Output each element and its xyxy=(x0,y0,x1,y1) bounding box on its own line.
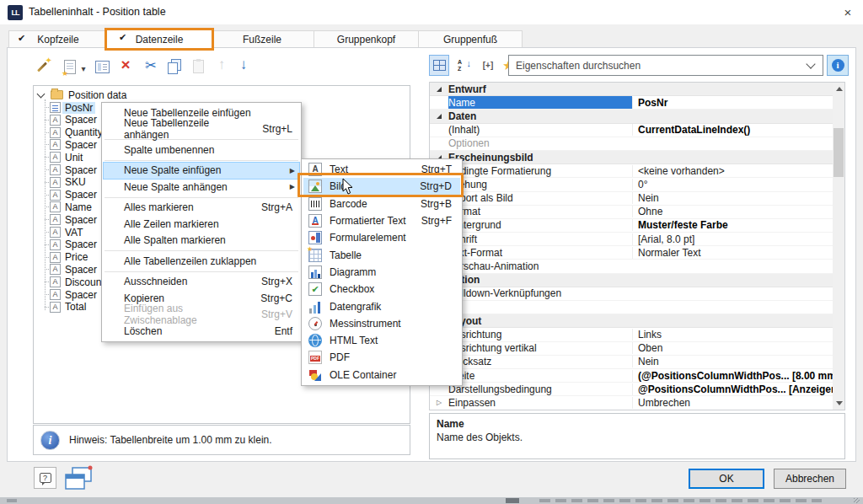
text-field-icon xyxy=(50,177,61,188)
tree-root[interactable]: Position data xyxy=(34,88,410,101)
property-row[interactable]: AusrichtungLinks xyxy=(430,328,834,341)
move-down-button[interactable]: ↓ xyxy=(233,55,254,75)
property-value[interactable]: @PositionsColumnWidthPos... [Anzeigen] xyxy=(632,383,834,395)
new-line-button[interactable] xyxy=(60,56,80,77)
wizard-button[interactable] xyxy=(33,56,53,77)
property-row[interactable]: BlocksatzNein xyxy=(430,356,834,369)
copy-button[interactable] xyxy=(164,56,185,77)
submenu-item-pdf[interactable]: PDF xyxy=(303,349,460,366)
tab-datenzeile[interactable]: ✔ Datenzeile xyxy=(105,28,214,51)
submenu-item-tabelle[interactable]: Tabelle xyxy=(303,246,460,263)
properties-button[interactable] xyxy=(92,56,112,77)
property-label: Export als Bild xyxy=(448,192,632,204)
property-value[interactable]: <keine vorhanden> xyxy=(632,165,834,177)
menu-item-alle-spalten-markieren[interactable]: Alle Spalten markieren xyxy=(104,233,299,249)
property-row[interactable]: Breite(@PositionsColumnWidthPos... [8.00… xyxy=(430,369,834,383)
scroll-down-icon[interactable] xyxy=(836,401,843,405)
expander-collapsed-icon[interactable]: ▷ xyxy=(437,399,442,406)
scrollbar-thumb[interactable] xyxy=(834,128,844,177)
property-value[interactable]: Normaler Text xyxy=(632,247,834,259)
submenu-item-datengrafik[interactable]: Datengrafik xyxy=(303,298,460,314)
property-row[interactable]: Export als BildNein xyxy=(430,192,834,206)
property-row[interactable]: NamePosNr xyxy=(430,96,834,110)
close-icon[interactable]: × xyxy=(839,4,856,21)
tab-fusszeile[interactable]: Fußzeile xyxy=(210,30,314,48)
menu-item-ausschneiden[interactable]: AusschneidenStrg+X xyxy=(104,274,299,291)
paste-button[interactable] xyxy=(188,56,208,77)
submenu-item-diagramm[interactable]: Diagramm xyxy=(303,264,460,281)
scroll-up-icon[interactable] xyxy=(836,87,843,91)
property-value[interactable]: (@PositionsColumnWidthPos... [8.00 mm] xyxy=(632,370,834,382)
text-field-icon xyxy=(50,214,61,225)
submenu-item-messinstrument[interactable]: Messinstrument xyxy=(303,315,460,332)
new-line-dropdown[interactable]: ▾ xyxy=(78,58,88,78)
help-button[interactable]: ? xyxy=(34,467,56,489)
tab-kopfzeile[interactable]: ✔ Kopfzeile xyxy=(8,30,108,48)
property-row[interactable] xyxy=(430,301,834,314)
menu-item-alle-tabellenzeilen-zuklappen[interactable]: Alle Tabellenzeilen zuklappen xyxy=(104,253,299,270)
property-category[interactable]: Daten xyxy=(430,110,834,123)
context-menu: Neue Tabellenzeile einfügen Neue Tabelle… xyxy=(101,102,302,342)
property-category[interactable]: Aktion xyxy=(430,274,834,287)
chevron-down-icon[interactable] xyxy=(806,59,815,68)
property-value[interactable]: CurrentDataLineIndex() xyxy=(632,124,834,136)
menu-item-einfuegen-aus-zwischenablage[interactable]: Einfügen aus ZwischenablageStrg+V xyxy=(104,307,299,324)
submenu-item-formularelement[interactable]: Formularelement xyxy=(303,229,460,246)
ok-button[interactable]: OK xyxy=(689,469,764,489)
delete-button[interactable]: × xyxy=(115,55,136,75)
property-search-input[interactable] xyxy=(509,60,807,72)
property-search-combobox[interactable] xyxy=(508,55,823,76)
menu-item-neue-tabellenzeile-anhaengen[interactable]: Neue Tabellenzeile anhängenStrg+L xyxy=(104,121,299,138)
property-value[interactable]: Nein xyxy=(632,192,834,204)
property-row[interactable]: Text-FormatNormaler Text xyxy=(430,246,834,260)
toggle-description-button[interactable]: i xyxy=(827,55,849,76)
text-field-icon xyxy=(50,289,61,300)
expand-all-button[interactable]: [+] xyxy=(478,55,498,76)
submenu-item-barcode[interactable]: BarcodeStrg+B xyxy=(303,196,460,212)
property-grid-scrollbar[interactable] xyxy=(833,83,844,410)
property-row[interactable]: Ausrichtung vertikalOben xyxy=(430,342,834,356)
property-category[interactable]: Erscheinungsbild xyxy=(430,151,834,164)
property-row[interactable]: Bedingte Formatierung<keine vorhanden> xyxy=(430,164,834,178)
property-row[interactable]: Optionen xyxy=(430,137,834,151)
property-row[interactable]: ▷EinpassenUmbrechen xyxy=(430,396,834,410)
sort-alphabetical-button[interactable]: AZ xyxy=(454,55,474,76)
cancel-button[interactable]: Abbrechen xyxy=(774,469,846,489)
move-up-button[interactable]: ↑ xyxy=(212,55,232,75)
tab-gruppenfuss[interactable]: Gruppenfuß xyxy=(418,30,523,48)
tree-item-label: Spacer xyxy=(65,189,97,201)
property-value[interactable]: Nein xyxy=(632,356,834,367)
menu-item-alles-markieren[interactable]: Alles markierenStrg+A xyxy=(104,200,299,217)
property-row[interactable]: FormatOhne xyxy=(430,206,834,219)
property-row[interactable]: (Inhalt)CurrentDataLineIndex() xyxy=(430,124,834,137)
menu-item-spalte-umbenennen[interactable]: Spalte umbenennen xyxy=(104,142,299,158)
window-preview-button[interactable] xyxy=(62,464,96,495)
submenu-item-checkbox[interactable]: Checkbox xyxy=(303,281,460,298)
property-value[interactable]: Ohne xyxy=(632,206,834,217)
property-value[interactable]: PosNr xyxy=(632,97,834,109)
categorized-view-button[interactable] xyxy=(429,55,449,76)
property-value[interactable]: Oben xyxy=(632,342,834,354)
menu-item-alle-zeilen-markieren[interactable]: Alle Zeilen markieren xyxy=(104,216,299,233)
submenu-item-html-text[interactable]: HTML Text xyxy=(303,332,460,349)
property-category[interactable]: Entwurf xyxy=(430,83,834,96)
property-row[interactable]: Vorschau-Animation xyxy=(430,260,834,273)
submenu-item-formatierter-text[interactable]: Formatierter TextStrg+F xyxy=(303,212,460,229)
submenu-item-ole-container[interactable]: OLE Container xyxy=(303,367,460,383)
property-row[interactable]: Darstellungsbedingung@PositionsColumnWid… xyxy=(430,383,834,396)
property-row[interactable]: Drehung0° xyxy=(430,178,834,191)
tab-gruppenkopf[interactable]: Gruppenkopf xyxy=(314,30,419,48)
property-row[interactable]: Drilldown-Verknüpfungen xyxy=(430,287,834,301)
property-category[interactable]: Layout xyxy=(430,314,834,328)
property-value[interactable]: Umbrechen xyxy=(632,397,834,409)
menu-item-loeschen[interactable]: LöschenEntf xyxy=(104,323,299,340)
menu-item-neue-spalte-einfuegen[interactable]: Neue Spalte einfügen▶ xyxy=(104,163,299,180)
menu-item-neue-spalte-anhaengen[interactable]: Neue Spalte anhängen▶ xyxy=(104,179,299,196)
property-row[interactable]: HintergrundMuster/feste Farbe xyxy=(430,219,834,233)
cut-button[interactable]: ✂ xyxy=(141,55,161,75)
property-value[interactable]: Links xyxy=(632,329,834,340)
property-value[interactable]: 0° xyxy=(632,179,834,190)
property-value[interactable]: [Arial, 8.0 pt] xyxy=(632,233,834,245)
property-row[interactable]: Schrift[Arial, 8.0 pt] xyxy=(430,233,834,246)
property-value[interactable]: Muster/feste Farbe xyxy=(632,219,834,231)
